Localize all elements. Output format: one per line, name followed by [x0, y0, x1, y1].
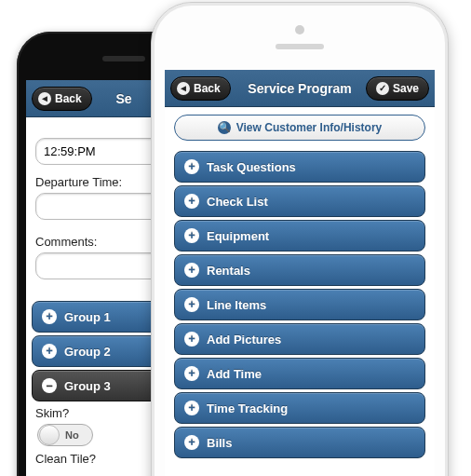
menu-label: Rentals	[207, 264, 250, 278]
back-arrow-icon: ◄	[177, 82, 190, 95]
menu-label: Equipment	[207, 229, 269, 243]
group-label: Group 3	[64, 379, 111, 393]
menu-item-bills[interactable]: + Bills	[174, 427, 425, 458]
page-title: Service Program	[248, 81, 351, 96]
menu-item-equipment[interactable]: + Equipment	[174, 220, 425, 252]
menu-label: Task Questions	[207, 160, 296, 174]
plus-icon: +	[184, 297, 199, 312]
back-button[interactable]: ◄ Back	[170, 76, 231, 101]
camera-dot	[295, 25, 304, 34]
menu-label: Add Pictures	[207, 333, 281, 347]
group-label: Group 2	[64, 345, 111, 359]
back-label: Back	[55, 92, 82, 105]
skim-toggle[interactable]: No	[37, 424, 93, 446]
view-customer-button[interactable]: 🔍 View Customer Info/History	[174, 115, 425, 141]
menu-item-time-tracking[interactable]: + Time Tracking	[174, 392, 425, 424]
plus-icon: +	[184, 332, 199, 347]
toggle-value: No	[65, 429, 79, 441]
plus-icon: +	[184, 263, 199, 278]
save-label: Save	[393, 82, 419, 95]
toggle-knob	[39, 425, 60, 445]
view-customer-label: View Customer Info/History	[236, 121, 382, 134]
menu-item-line-items[interactable]: + Line Items	[174, 289, 425, 320]
menu-item-rentals[interactable]: + Rentals	[174, 254, 425, 286]
speaker-slot	[102, 56, 145, 61]
search-icon: 🔍	[218, 121, 231, 134]
plus-icon: +	[184, 366, 199, 381]
page-title: Se	[115, 91, 131, 106]
menu-list: + Task Questions + Check List + Equipmen…	[165, 146, 435, 463]
group-label: Group 1	[64, 310, 111, 324]
back-label: Back	[194, 82, 221, 95]
plus-icon: +	[184, 228, 199, 243]
menu-label: Check List	[207, 195, 268, 209]
white-phone-screen: ◄ Back Service Program ✓ Save 🔍 View Cus…	[165, 70, 435, 476]
menu-item-task-questions[interactable]: + Task Questions	[174, 151, 425, 183]
check-icon: ✓	[376, 82, 389, 95]
menu-item-add-time[interactable]: + Add Time	[174, 358, 425, 389]
menu-item-check-list[interactable]: + Check List	[174, 185, 425, 217]
plus-icon: +	[184, 435, 199, 450]
menu-label: Line Items	[207, 298, 266, 312]
back-arrow-icon: ◄	[38, 92, 51, 105]
plus-icon: +	[184, 159, 199, 174]
phone-white-frame: ◄ Back Service Program ✓ Save 🔍 View Cus…	[151, 2, 449, 476]
plus-icon: +	[42, 309, 57, 324]
speaker-slot	[276, 44, 324, 49]
plus-icon: +	[184, 194, 199, 209]
menu-item-add-pictures[interactable]: + Add Pictures	[174, 323, 425, 355]
menu-label: Bills	[207, 436, 232, 450]
minus-icon: –	[42, 378, 57, 393]
menu-label: Add Time	[207, 367, 262, 381]
plus-icon: +	[184, 401, 199, 415]
save-button[interactable]: ✓ Save	[366, 76, 429, 101]
header-bar: ◄ Back Service Program ✓ Save	[165, 70, 435, 107]
plus-icon: +	[42, 344, 57, 359]
menu-label: Time Tracking	[207, 401, 288, 415]
back-button[interactable]: ◄ Back	[32, 87, 92, 111]
